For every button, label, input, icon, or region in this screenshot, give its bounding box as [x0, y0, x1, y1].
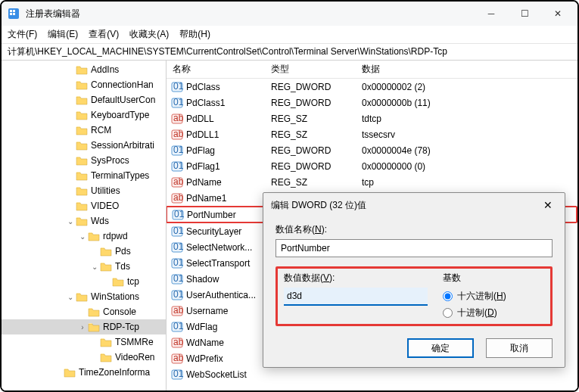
radio-dec[interactable]: 十进制(D) [443, 304, 544, 321]
tree-item[interactable]: ⌄rdpwd [2, 229, 166, 244]
menu-file[interactable]: 文件(F) [8, 28, 37, 41]
tree-label: TimeZoneInforma [79, 367, 150, 378]
registry-value-row[interactable]: 011PdClassREG_DWORD0x00000002 (2) [167, 79, 577, 95]
dialog-close-button[interactable]: ✕ [539, 199, 557, 211]
tree-item[interactable]: SysProcs [2, 153, 166, 168]
tree-item[interactable]: TerminalTypes [2, 168, 166, 183]
address-bar[interactable]: 计算机\HKEY_LOCAL_MACHINE\SYSTEM\CurrentCon… [2, 44, 577, 61]
svg-rect-1 [10, 10, 12, 12]
tree-item[interactable]: Utilities [2, 183, 166, 198]
tree-item[interactable]: ›RDP-Tcp [2, 319, 166, 334]
value-name: SelectTransport [186, 258, 250, 269]
svg-text:011: 011 [173, 257, 183, 268]
chevron-icon[interactable]: ⌄ [65, 217, 76, 226]
chevron-icon[interactable]: ⌄ [77, 232, 88, 241]
tree-label: Wds [91, 216, 109, 226]
svg-rect-4 [13, 13, 15, 15]
tree-item[interactable]: ⌄Wds [2, 213, 166, 229]
registry-value-row[interactable]: 011WebSocketList [167, 366, 577, 382]
binary-value-icon: 011 [171, 145, 183, 157]
menu-help[interactable]: 帮助(H) [179, 28, 210, 41]
binary-value-icon: 011 [171, 241, 183, 254]
value-name: SecurityLayer [186, 226, 241, 237]
col-name[interactable]: 名称 [167, 63, 265, 76]
value-name-input[interactable] [275, 239, 553, 257]
col-data[interactable]: 数据 [356, 63, 577, 76]
chevron-icon[interactable]: ⌄ [89, 263, 100, 271]
svg-text:011: 011 [173, 160, 183, 171]
value-name: WdName [186, 338, 224, 348]
svg-text:011: 011 [173, 145, 183, 155]
tree-item[interactable]: VIDEO [2, 198, 166, 213]
value-name: PortNumber [187, 210, 236, 220]
titlebar: 注册表编辑器 ─ ☐ ✕ [2, 2, 577, 26]
close-button[interactable]: ✕ [544, 3, 571, 24]
minimize-button[interactable]: ─ [478, 3, 505, 24]
string-value-icon: ab [171, 113, 183, 125]
registry-value-row[interactable]: 011PdFlagREG_DWORD0x0000004e (78) [167, 142, 577, 158]
tree-label: ConnectionHan [91, 79, 154, 90]
svg-text:ab: ab [173, 113, 183, 123]
tree-item[interactable]: VideoRen [2, 350, 166, 365]
dialog-titlebar: 编辑 DWORD (32 位)值 ✕ [263, 193, 565, 217]
edit-dword-dialog: 编辑 DWORD (32 位)值 ✕ 数值名称(N): 数值数据(V): 基数 … [263, 192, 565, 368]
radio-hex[interactable]: 十六进制(H) [443, 288, 544, 304]
list-header: 名称 类型 数据 [167, 61, 577, 79]
tree-item[interactable]: KeyboardType [2, 107, 166, 123]
tree-item[interactable]: tcp [2, 274, 166, 289]
value-name: PdDLL1 [186, 129, 219, 140]
registry-value-row[interactable]: 011PdClass1REG_DWORD0x0000000b (11) [167, 95, 577, 110]
registry-value-row[interactable]: abPdNameREG_SZtcp [167, 174, 577, 190]
registry-value-row[interactable]: abPdDLLREG_SZtdtcp [167, 110, 577, 126]
registry-value-row[interactable]: 011PdFlag1REG_DWORD0x00000000 (0) [167, 158, 577, 174]
tree-item[interactable]: DefaultUserCon [2, 92, 166, 107]
binary-value-icon: 011 [171, 226, 183, 238]
value-name: SelectNetwork... [186, 242, 252, 253]
maximize-button[interactable]: ☐ [511, 3, 538, 24]
value-name: PdClass [186, 82, 220, 92]
tree-item[interactable]: RCM [2, 123, 166, 138]
chevron-icon[interactable]: › [77, 323, 88, 331]
value-type: REG_DWORD [265, 82, 356, 92]
binary-value-icon: 011 [171, 321, 183, 333]
menu-view[interactable]: 查看(V) [89, 28, 119, 41]
ok-button[interactable]: 确定 [407, 338, 474, 358]
base-label: 基数 [443, 272, 544, 285]
folder-icon [112, 276, 124, 287]
tree-item[interactable]: ⌄WinStations [2, 289, 166, 304]
folder-icon [64, 367, 76, 378]
folder-icon [88, 231, 100, 241]
menu-favorites[interactable]: 收藏夹(A) [129, 28, 169, 41]
tree-item[interactable]: ConnectionHan [2, 77, 166, 92]
col-type[interactable]: 类型 [265, 63, 356, 76]
folder-icon [76, 64, 88, 75]
tree-item[interactable]: Console [2, 304, 166, 319]
folder-icon [76, 170, 88, 181]
folder-icon [100, 261, 112, 272]
chevron-icon[interactable]: ⌄ [65, 293, 76, 301]
tree-label: Utilities [91, 185, 120, 196]
menu-edit[interactable]: 编辑(E) [48, 28, 78, 41]
tree-item[interactable]: Pds [2, 244, 166, 259]
value-type: REG_SZ [265, 114, 356, 124]
svg-text:ab: ab [173, 305, 183, 316]
tree-label: Console [103, 306, 136, 317]
folder-icon [76, 125, 88, 135]
registry-value-row[interactable]: abPdDLL1REG_SZtssecsrv [167, 126, 577, 142]
tree-label: rdpwd [103, 231, 128, 241]
tree-panel[interactable]: AddInsConnectionHanDefaultUserConKeyboar… [2, 61, 167, 390]
cancel-button[interactable]: 取消 [486, 338, 553, 358]
value-type: REG_SZ [265, 129, 356, 140]
tree-item[interactable]: TSMMRe [2, 334, 166, 350]
folder-icon [76, 110, 88, 120]
svg-text:ab: ab [173, 337, 183, 347]
string-value-icon: ab [171, 129, 183, 141]
tree-label: TerminalTypes [91, 170, 149, 181]
tree-item[interactable]: TimeZoneInforma [2, 365, 166, 380]
tree-label: RDP-Tcp [103, 322, 139, 332]
value-data-input[interactable] [284, 288, 428, 306]
tree-item[interactable]: ⌄Tds [2, 259, 166, 274]
tree-item[interactable]: SessionArbitrati [2, 138, 166, 153]
tree-item[interactable]: AddIns [2, 62, 166, 77]
svg-text:011: 011 [173, 273, 183, 284]
